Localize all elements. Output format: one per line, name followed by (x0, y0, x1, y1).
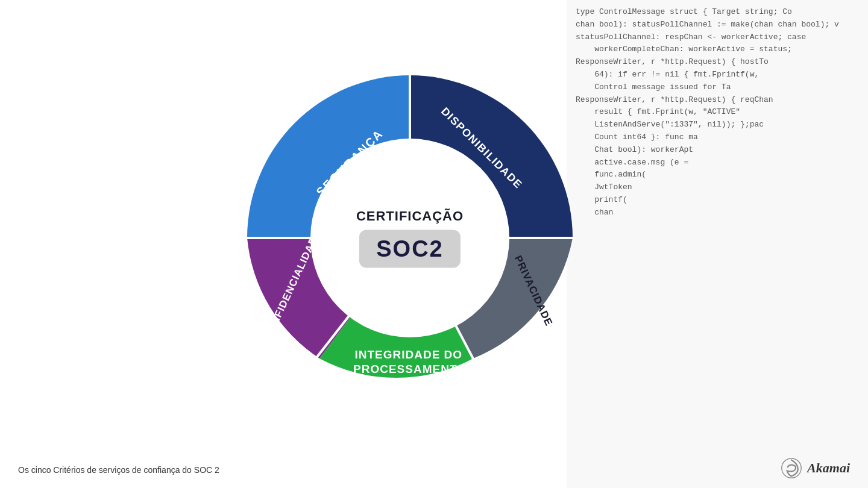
akamai-logo-text: Akamai (807, 460, 850, 476)
bottom-caption: Os cinco Critérios de serviços de confia… (18, 465, 219, 475)
caption-text: Os cinco Critérios de serviços de confia… (18, 465, 219, 475)
main-content: SEGURANÇA DISPONIBILIDADE PRIVACIDADE IN… (0, 0, 868, 488)
akamai-logo: Akamai (781, 457, 850, 479)
soc2-text: SOC2 (376, 236, 443, 261)
donut-diagram: SEGURANÇA DISPONIBILIDADE PRIVACIDADE IN… (235, 63, 585, 413)
soc2-badge: SOC2 (359, 230, 460, 268)
akamai-logo-icon (781, 457, 802, 479)
certification-label: CERTIFICAÇÃO (356, 208, 464, 224)
center-content: CERTIFICAÇÃO SOC2 (356, 208, 464, 268)
